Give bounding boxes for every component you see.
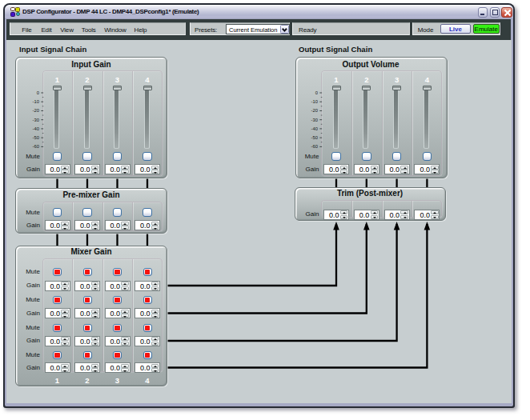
svg-text:-20: -20 xyxy=(311,108,318,113)
svg-text:-10: -10 xyxy=(311,99,318,104)
svg-text:-40: -40 xyxy=(32,126,38,131)
svg-text:-10: -10 xyxy=(32,99,38,104)
svg-text:-50: -50 xyxy=(32,135,38,140)
svg-text:-60: -60 xyxy=(311,144,318,149)
svg-text:-40: -40 xyxy=(311,126,318,131)
svg-text:-50: -50 xyxy=(311,135,318,140)
svg-text:-30: -30 xyxy=(32,117,38,122)
svg-text:-20: -20 xyxy=(32,108,38,113)
svg-text:-30: -30 xyxy=(311,117,318,122)
svg-text:0: 0 xyxy=(36,90,38,95)
svg-text:0: 0 xyxy=(315,90,318,95)
svg-text:-60: -60 xyxy=(32,144,38,149)
